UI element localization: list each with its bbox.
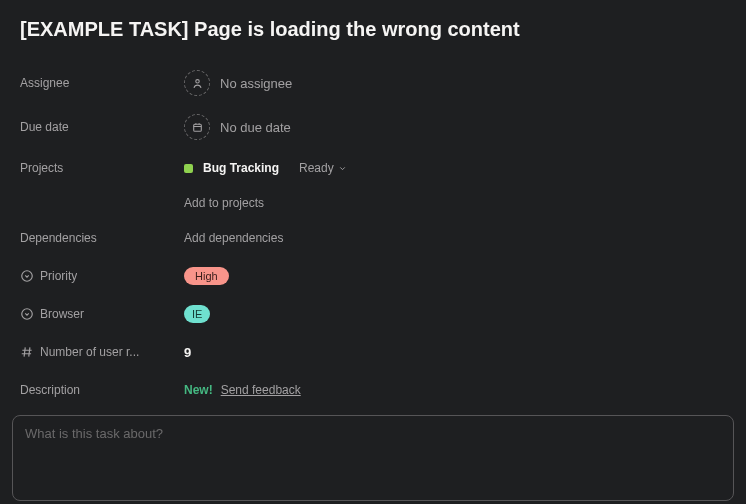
assignee-value[interactable]: No assignee [184,70,292,96]
dropdown-field-icon [20,307,34,321]
priority-value-pill[interactable]: High [184,267,229,285]
projects-value: Bug Tracking Ready [184,161,347,175]
new-badge: New! [184,383,213,397]
projects-add-row: Add to projects [20,187,734,219]
user-reports-row: Number of user r... 9 [20,333,734,371]
task-fields: Assignee No assignee Due date No due dat… [20,61,734,409]
dependencies-label: Dependencies [20,231,184,245]
assignee-label: Assignee [20,76,184,90]
number-field-icon [20,345,34,359]
send-feedback-link[interactable]: Send feedback [221,383,301,397]
add-dependencies-button[interactable]: Add dependencies [184,231,283,245]
project-status-dropdown[interactable]: Ready [299,161,347,175]
svg-point-3 [22,309,33,320]
browser-label: Browser [20,307,184,321]
description-placeholder: What is this task about? [25,426,163,441]
svg-point-2 [22,271,33,282]
due-date-value[interactable]: No due date [184,114,291,140]
user-reports-label: Number of user r... [20,345,184,359]
projects-label: Projects [20,161,184,175]
dropdown-field-icon [20,269,34,283]
project-name[interactable]: Bug Tracking [203,161,279,175]
user-reports-value[interactable]: 9 [184,345,191,360]
task-title[interactable]: [EXAMPLE TASK] Page is loading the wrong… [20,18,734,41]
browser-value-pill[interactable]: IE [184,305,210,323]
svg-rect-1 [193,124,201,131]
calendar-icon [184,114,210,140]
dependencies-row: Dependencies Add dependencies [20,219,734,257]
due-date-text: No due date [220,120,291,135]
chevron-down-icon [338,164,347,173]
add-to-projects-button[interactable]: Add to projects [184,196,264,210]
description-row: Description New! Send feedback [20,371,734,409]
assignee-text: No assignee [220,76,292,91]
due-date-label: Due date [20,120,184,134]
project-status-text: Ready [299,161,334,175]
person-icon [184,70,210,96]
svg-point-0 [195,79,198,82]
project-color-dot [184,164,193,173]
description-label: Description [20,383,184,397]
due-date-row: Due date No due date [20,105,734,149]
description-input[interactable]: What is this task about? [12,415,734,501]
browser-row: Browser IE [20,295,734,333]
projects-row: Projects Bug Tracking Ready [20,149,734,187]
assignee-row: Assignee No assignee [20,61,734,105]
priority-row: Priority High [20,257,734,295]
priority-label: Priority [20,269,184,283]
